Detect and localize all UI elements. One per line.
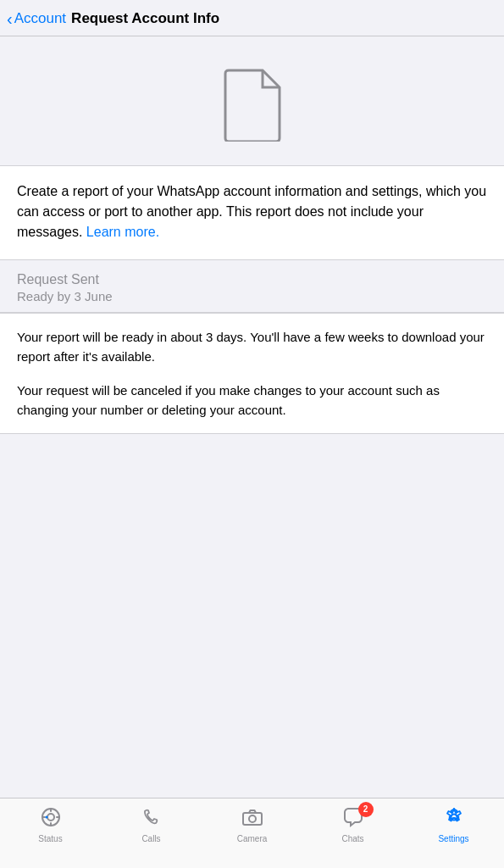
tab-camera[interactable]: Camera	[202, 805, 302, 843]
tab-camera-label: Camera	[237, 835, 268, 843]
chats-badge: 2	[358, 802, 374, 817]
back-chevron-icon: ‹	[7, 10, 13, 27]
camera-icon	[241, 805, 264, 832]
svg-point-1	[47, 814, 54, 821]
calls-icon	[140, 805, 163, 832]
info-paragraph-1: Your report will be ready in about 3 day…	[17, 327, 487, 367]
tab-settings[interactable]: Settings	[403, 805, 504, 843]
back-button[interactable]: ‹ Account	[7, 10, 66, 27]
info-section: Your report will be ready in about 3 day…	[0, 313, 504, 434]
file-document-icon	[222, 67, 283, 142]
svg-point-6	[45, 816, 47, 819]
settings-icon	[442, 805, 466, 832]
request-sent-label: Request Sent	[17, 272, 487, 287]
chats-icon: 2	[341, 805, 365, 832]
ready-by-text: Ready by 3 June	[17, 289, 487, 303]
tab-calls-label: Calls	[141, 835, 160, 843]
tab-chats-label: Chats	[341, 835, 363, 843]
tab-bar: Status Calls Camera 2 Chats	[0, 798, 504, 868]
status-icon	[39, 805, 63, 832]
info-paragraph-2: Your request will be canceled if you mak…	[17, 381, 487, 420]
tab-status[interactable]: Status	[0, 805, 101, 843]
page-title: Request Account Info	[71, 10, 490, 27]
tab-calls[interactable]: Calls	[101, 805, 202, 843]
back-label: Account	[14, 10, 66, 27]
tab-settings-label: Settings	[438, 835, 468, 843]
tab-chats[interactable]: 2 Chats	[302, 805, 403, 843]
learn-more-link[interactable]: Learn more.	[86, 225, 159, 239]
header: ‹ Account Request Account Info	[0, 0, 504, 36]
icon-section	[0, 36, 504, 165]
request-sent-section: Request Sent Ready by 3 June	[0, 260, 504, 313]
svg-point-8	[249, 815, 256, 822]
tab-status-label: Status	[38, 835, 62, 843]
description-section: Create a report of your WhatsApp account…	[0, 165, 504, 260]
description-text: Create a report of your WhatsApp account…	[17, 181, 487, 242]
